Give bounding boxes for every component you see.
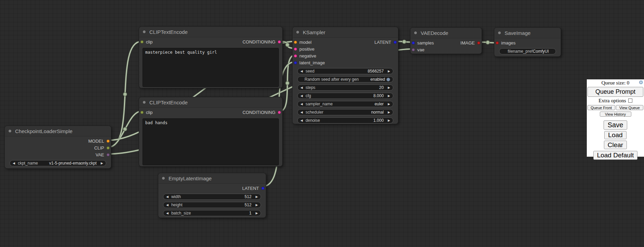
ksampler-node[interactable]: KSamplermodelLATENTpositivenegativelaten… [292, 27, 398, 124]
CLIP-output-port[interactable] [107, 146, 110, 150]
decrement-arrow-icon[interactable]: ◀ [166, 212, 169, 215]
LATENT-output-port[interactable] [261, 187, 264, 190]
decrement-arrow-icon[interactable]: ◀ [300, 103, 303, 106]
widget-value: 1 [249, 211, 251, 216]
increment-arrow-icon[interactable]: ▶ [101, 162, 103, 165]
LATENT-output: LATENT [242, 186, 264, 191]
save-button[interactable]: Save [604, 120, 628, 130]
samples-input-port[interactable] [412, 41, 415, 44]
sampler_name-widget[interactable]: ◀sampler_nameeuler▶ [297, 101, 393, 107]
vae-decode-titlebar[interactable]: VAEDecode [410, 28, 482, 38]
increment-arrow-icon[interactable]: ▶ [256, 204, 258, 207]
random-seed-after-every-gen-widget[interactable]: Random seed after every genenabled [297, 76, 393, 82]
clip-input-port[interactable] [140, 40, 144, 43]
clip-text-encode-positive-node[interactable]: CLIPTextEncodeclipCONDITIONINGmasterpiec… [139, 26, 283, 88]
queue-front-button[interactable]: Queue Front [587, 105, 615, 110]
port-row: positive [293, 46, 398, 52]
comfyui-canvas[interactable]: { "app": "ComfyUI node graph", "colors":… [0, 0, 644, 247]
clip-text-encode-positive-titlebar[interactable]: CLIPTextEncode [139, 27, 282, 37]
extra-options-checkbox[interactable] [628, 99, 632, 103]
link-midpoint-dot[interactable] [123, 92, 127, 96]
increment-arrow-icon[interactable]: ▶ [388, 86, 390, 89]
cfg-widget[interactable]: ◀cfg8.000▶ [297, 93, 393, 99]
vae-decode-node[interactable]: VAEDecodesamplesIMAGEvae [410, 27, 482, 54]
seed-widget[interactable]: ◀seed8566257▶ [297, 68, 393, 74]
link-midpoint-dot[interactable] [486, 41, 490, 44]
increment-arrow-icon[interactable]: ▶ [388, 119, 390, 122]
filename_prefix-widget[interactable]: filename_prefixComfyUI [499, 48, 556, 54]
checkpoint-loader-simple-node[interactable]: CheckpointLoaderSimpleMODELCLIPVAE◀ckpt_… [4, 126, 111, 169]
vae-input-port[interactable] [412, 48, 415, 51]
CONDITIONING-output-port[interactable] [278, 111, 281, 114]
clip-text-encode-negative-titlebar[interactable]: CLIPTextEncode [139, 97, 282, 108]
VAE-output-port[interactable] [107, 153, 110, 156]
output-port-label: VAE [96, 152, 104, 157]
empty-latent-image-titlebar[interactable]: EmptyLatentImage [158, 173, 266, 184]
widget-value: 20 [379, 85, 384, 90]
prompt-textarea[interactable]: bad hands [143, 118, 279, 165]
decrement-arrow-icon[interactable]: ◀ [13, 162, 15, 165]
queue-prompt-button[interactable]: Queue Prompt [587, 87, 643, 97]
collapse-dot[interactable] [143, 101, 146, 104]
clear-button[interactable]: Clear [604, 141, 627, 149]
output-port-label: LATENT [374, 40, 391, 45]
ksampler-titlebar[interactable]: KSampler [293, 27, 398, 38]
steps-widget[interactable]: ◀steps20▶ [297, 84, 393, 91]
toggle-dot[interactable] [386, 78, 390, 81]
decrement-arrow-icon[interactable]: ◀ [166, 195, 169, 198]
collapse-dot[interactable] [143, 30, 146, 34]
IMAGE-output-port[interactable] [477, 41, 480, 44]
scheduler-widget[interactable]: ◀schedulernormal▶ [297, 109, 393, 115]
positive-input-port[interactable] [294, 48, 297, 51]
collapse-dot[interactable] [162, 177, 165, 180]
checkpoint-loader-simple-titlebar[interactable]: CheckpointLoaderSimple [5, 126, 111, 136]
settings-gear-icon[interactable]: ⚙ [639, 80, 643, 85]
link-midpoint-dot[interactable] [123, 127, 127, 131]
collapse-dot[interactable] [498, 31, 501, 35]
increment-arrow-icon[interactable]: ▶ [388, 111, 390, 114]
denoise-widget[interactable]: ◀denoise1.000▶ [297, 117, 393, 124]
load-button[interactable]: Load [604, 131, 626, 139]
height-widget[interactable]: ◀height512▶ [163, 202, 261, 208]
clip-input-port[interactable] [140, 111, 144, 114]
link-midpoint-dot[interactable] [402, 40, 406, 44]
view-queue-button[interactable]: View Queue [616, 105, 644, 110]
link-midpoint-dot[interactable] [286, 43, 289, 47]
decrement-arrow-icon[interactable]: ◀ [166, 204, 169, 207]
MODEL-output-port[interactable] [107, 140, 110, 143]
latent_image-input: latent_image [294, 60, 325, 65]
increment-arrow-icon[interactable]: ▶ [388, 103, 390, 106]
decrement-arrow-icon[interactable]: ◀ [300, 70, 303, 73]
decrement-arrow-icon[interactable]: ◀ [300, 86, 303, 89]
ckpt_name-widget[interactable]: ◀ckpt_namev1-5-pruned-emaonly.ckpt▶ [10, 160, 106, 166]
LATENT-output-port[interactable] [394, 41, 397, 44]
increment-arrow-icon[interactable]: ▶ [388, 70, 390, 73]
collapse-dot[interactable] [414, 31, 417, 35]
extra-options-label: Extra options [598, 98, 626, 104]
link-midpoint-dot[interactable] [286, 81, 289, 85]
model-input-port[interactable] [294, 41, 297, 44]
empty-latent-image-node[interactable]: EmptyLatentImageLATENT◀width512▶◀height5… [158, 173, 266, 218]
view-history-button[interactable]: View History [600, 112, 631, 117]
collapse-dot[interactable] [8, 129, 12, 133]
increment-arrow-icon[interactable]: ▶ [256, 212, 258, 215]
LATENT-output: LATENT [374, 40, 397, 45]
batch_size-widget[interactable]: ◀batch_size1▶ [163, 210, 261, 216]
latent_image-input-port[interactable] [294, 61, 297, 64]
decrement-arrow-icon[interactable]: ◀ [300, 111, 303, 114]
decrement-arrow-icon[interactable]: ◀ [300, 94, 303, 98]
clip-text-encode-negative-node[interactable]: CLIPTextEncodeclipCONDITIONINGbad hands [139, 97, 283, 167]
increment-arrow-icon[interactable]: ▶ [256, 195, 258, 198]
save-image-node[interactable]: SaveImageimagesfilename_prefixComfyUI [494, 27, 561, 57]
negative-input-port[interactable] [294, 54, 297, 57]
save-image-titlebar[interactable]: SaveImage [494, 28, 561, 38]
decrement-arrow-icon[interactable]: ◀ [300, 119, 303, 122]
CONDITIONING-output-port[interactable] [278, 40, 281, 43]
increment-arrow-icon[interactable]: ▶ [388, 94, 390, 98]
widget-value: 8566257 [368, 69, 384, 74]
prompt-textarea[interactable]: masterpiece best quality girl [143, 48, 279, 87]
collapse-dot[interactable] [296, 30, 299, 34]
load-default-button[interactable]: Load Default [593, 151, 638, 160]
images-input-port[interactable] [496, 41, 499, 44]
width-widget[interactable]: ◀width512▶ [163, 194, 261, 200]
